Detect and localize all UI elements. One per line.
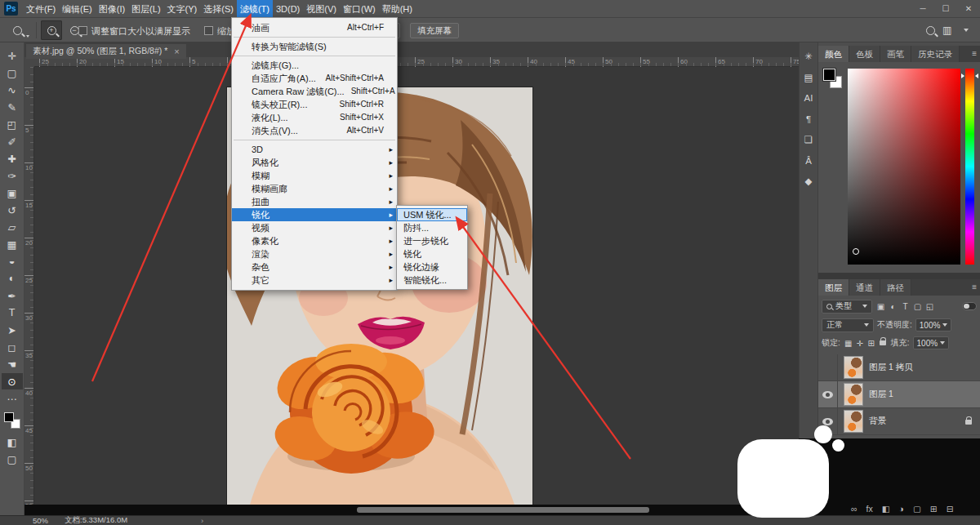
shape-tool[interactable]: ◻ bbox=[2, 339, 23, 355]
pen-tool[interactable]: ✒ bbox=[2, 287, 23, 304]
sharpen-submenu-item-3[interactable]: 锐化 bbox=[397, 247, 467, 260]
color-panel-tab-1[interactable]: 色板 bbox=[849, 46, 880, 62]
maximize-button[interactable]: ☐ bbox=[934, 0, 957, 18]
ai-panel-icon[interactable]: AI bbox=[804, 94, 813, 104]
layer-row-2[interactable]: 背景 bbox=[818, 408, 980, 435]
filter-menu-item-9[interactable]: 消失点(V)...Alt+Ctrl+V bbox=[232, 124, 397, 137]
type-tool[interactable]: T bbox=[2, 305, 23, 321]
menubar-item-8[interactable]: 视图(V) bbox=[303, 0, 340, 18]
zoom-tool[interactable]: ⊙ bbox=[2, 373, 23, 389]
foreground-background-swatches[interactable] bbox=[3, 412, 21, 429]
filter-menu-item-20[interactable]: 杂色▸ bbox=[232, 260, 397, 274]
screen-mode-toggle[interactable]: ▢ bbox=[2, 451, 23, 467]
gradient-tool[interactable]: ▦ bbox=[2, 236, 23, 252]
filter-menu-item-2[interactable]: 转换为智能滤镜(S) bbox=[232, 40, 397, 53]
foreground-color-swatch[interactable] bbox=[4, 412, 14, 422]
filter-menu-item-11[interactable]: 3D▸ bbox=[232, 143, 397, 156]
path-selection-tool[interactable]: ➤ bbox=[2, 322, 23, 338]
clone-stamp-tool[interactable]: ▣ bbox=[2, 185, 23, 201]
filter-type-layers-icon[interactable]: T bbox=[900, 302, 911, 311]
layer-group-icon[interactable]: ▢ bbox=[913, 504, 921, 514]
link-layers-icon[interactable]: ∞ bbox=[851, 504, 858, 514]
layer-mask-icon[interactable]: ◧ bbox=[882, 504, 890, 514]
move-tool[interactable]: ✛ bbox=[2, 47, 23, 64]
hue-slider-marker-left[interactable] bbox=[961, 73, 964, 78]
filter-menu-item-17[interactable]: 视频▸ bbox=[232, 221, 397, 234]
layers-panel-tab-0[interactable]: 图层 bbox=[818, 279, 849, 296]
filter-menu-item-18[interactable]: 像素化▸ bbox=[232, 234, 397, 247]
adjustment-layer-icon[interactable]: ◑ bbox=[899, 504, 904, 514]
color-panel-tab-2[interactable]: 画笔 bbox=[880, 46, 911, 62]
layer-filter-type-select[interactable]: 类型 bbox=[822, 300, 872, 314]
lasso-tool[interactable]: ∿ bbox=[2, 82, 23, 98]
menubar-item-3[interactable]: 图层(L) bbox=[128, 0, 163, 18]
menubar-item-4[interactable]: 文字(Y) bbox=[164, 0, 201, 18]
sharpen-submenu-item-1[interactable]: 防抖... bbox=[397, 221, 467, 234]
filter-menu-item-4[interactable]: 滤镜库(G)... bbox=[232, 59, 397, 72]
opacity-input[interactable]: 100% bbox=[915, 318, 952, 331]
history-brush-tool[interactable]: ↺ bbox=[2, 202, 23, 218]
layers-panel-tab-2[interactable]: 路径 bbox=[880, 279, 911, 296]
workspace-switcher-icon[interactable]: ▥ bbox=[942, 24, 951, 36]
menubar-item-5[interactable]: 选择(S) bbox=[200, 0, 237, 18]
filter-menu-item-13[interactable]: 模糊▸ bbox=[232, 169, 397, 182]
hue-slider[interactable] bbox=[965, 69, 974, 265]
menubar-item-0[interactable]: 文件(F) bbox=[23, 0, 59, 18]
color-picker-cursor[interactable] bbox=[853, 248, 859, 255]
menubar-item-2[interactable]: 图像(I) bbox=[96, 0, 128, 18]
eraser-tool[interactable]: ▱ bbox=[2, 219, 23, 235]
brush-tool[interactable]: ✑ bbox=[2, 167, 23, 184]
paragraph-panel-icon[interactable]: ¶ bbox=[806, 115, 811, 125]
filter-menu-item-6[interactable]: Camera Raw 滤镜(C)...Shift+Ctrl+A bbox=[232, 85, 397, 98]
color-panel-tab-3[interactable]: 历史记录 bbox=[911, 46, 960, 62]
menubar-item-7[interactable]: 3D(D) bbox=[273, 0, 303, 18]
color-panel-tab-0[interactable]: 颜色 bbox=[818, 46, 849, 62]
lock-all-icon[interactable] bbox=[878, 340, 888, 345]
dodge-tool[interactable]: ◐ bbox=[2, 270, 23, 287]
filter-menu-item-12[interactable]: 风格化▸ bbox=[232, 156, 397, 169]
layer-visibility-toggle[interactable] bbox=[818, 381, 838, 408]
filter-menu-item-14[interactable]: 模糊画廊▸ bbox=[232, 182, 397, 195]
quick-mask-toggle[interactable]: ◧ bbox=[2, 434, 23, 450]
layer-filter-toggle[interactable] bbox=[962, 302, 977, 310]
status-zoom-level[interactable]: 50% bbox=[33, 516, 48, 525]
healing-brush-tool[interactable]: ✚ bbox=[2, 150, 23, 167]
filter-smart-objects-icon[interactable]: ◱ bbox=[924, 302, 935, 311]
3d-panel-icon[interactable]: ◆ bbox=[805, 177, 813, 187]
sharpen-submenu-item-5[interactable]: 智能锐化... bbox=[397, 274, 467, 287]
filter-menu-item-19[interactable]: 渲染▸ bbox=[232, 247, 397, 260]
lock-transparency-icon[interactable]: ▦ bbox=[844, 339, 853, 348]
fill-screen-button[interactable]: 填充屏幕 bbox=[410, 23, 459, 38]
close-button[interactable]: ✕ bbox=[957, 0, 980, 18]
zoom-tool-preset-button[interactable] bbox=[3, 20, 31, 40]
layer-row-1[interactable]: 图层 1 bbox=[818, 381, 980, 408]
new-layer-icon[interactable]: ⊞ bbox=[930, 504, 938, 514]
edit-toolbar-button[interactable]: ⋯ bbox=[2, 390, 23, 407]
hue-slider-marker-right[interactable] bbox=[975, 73, 978, 78]
sharpen-submenu-item-0[interactable]: USM 锐化... bbox=[397, 208, 467, 221]
minimize-button[interactable]: ─ bbox=[911, 0, 934, 18]
filter-menu-item-7[interactable]: 镜头校正(R)...Shift+Ctrl+R bbox=[232, 98, 397, 111]
layers-panel-tab-1[interactable]: 通道 bbox=[849, 279, 880, 296]
status-chevron-icon[interactable]: › bbox=[201, 516, 203, 525]
zoom-all-windows-checkbox[interactable] bbox=[204, 26, 213, 35]
filter-menu-item-8[interactable]: 液化(L)...Shift+Ctrl+X bbox=[232, 111, 397, 124]
filter-pixel-layers-icon[interactable]: ▣ bbox=[875, 302, 886, 311]
filter-menu-item-0[interactable]: 油画Alt+Ctrl+F bbox=[232, 21, 397, 34]
sharpen-submenu-item-2[interactable]: 进一步锐化 bbox=[397, 234, 467, 247]
blur-tool[interactable]: ◒ bbox=[2, 253, 23, 269]
menubar-item-10[interactable]: 帮助(H) bbox=[379, 0, 416, 18]
saturation-brightness-field[interactable] bbox=[848, 69, 960, 265]
filter-menu-item-21[interactable]: 其它▸ bbox=[232, 274, 397, 287]
filter-menu-item-16[interactable]: 锐化▸ bbox=[232, 208, 397, 221]
layer-visibility-toggle[interactable] bbox=[818, 354, 838, 381]
marquee-tool[interactable]: ▢ bbox=[2, 65, 23, 81]
layer-row-0[interactable]: 图层 1 拷贝 bbox=[818, 354, 980, 381]
tab-close-icon[interactable]: × bbox=[174, 47, 179, 56]
brush-settings-panel-icon[interactable]: ▤ bbox=[804, 73, 813, 83]
workspace-chevron-icon[interactable] bbox=[964, 29, 969, 32]
menubar-item-6[interactable]: 滤镜(T) bbox=[237, 0, 273, 18]
menubar-item-1[interactable]: 编辑(E) bbox=[59, 0, 96, 18]
horizontal-scrollbar[interactable] bbox=[357, 507, 649, 513]
resize-windows-checkbox[interactable] bbox=[78, 26, 87, 35]
